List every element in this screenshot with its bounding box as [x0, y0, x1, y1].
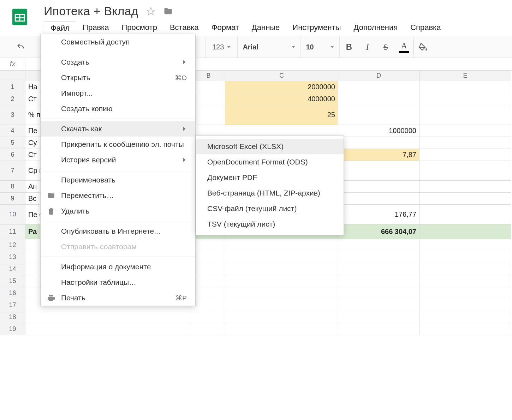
cell[interactable]: [338, 299, 419, 311]
download-format-item[interactable]: Веб-страница (HTML, ZIP-архив): [196, 185, 344, 201]
cell[interactable]: [419, 239, 511, 251]
cell[interactable]: [192, 239, 225, 251]
cell[interactable]: [338, 193, 419, 205]
cell[interactable]: [225, 275, 338, 287]
cell[interactable]: [419, 299, 511, 311]
cell[interactable]: [338, 239, 419, 251]
download-format-item[interactable]: CSV-файл (текущий лист): [196, 201, 344, 216]
menu-дополнения[interactable]: Дополнения: [347, 21, 404, 36]
font-size-select[interactable]: 10: [301, 36, 340, 58]
row-header[interactable]: 7: [0, 161, 25, 181]
cell[interactable]: [338, 287, 419, 299]
file-menu-item[interactable]: Создать: [41, 54, 195, 70]
cell[interactable]: [419, 251, 511, 263]
row-header[interactable]: 18: [0, 311, 25, 323]
download-format-item[interactable]: TSV (текущий лист): [196, 216, 344, 232]
row-header[interactable]: 3: [0, 105, 25, 125]
cell[interactable]: [338, 181, 419, 193]
cell[interactable]: [25, 323, 192, 335]
file-menu-item[interactable]: Настройки таблицы…: [41, 275, 195, 290]
row-header[interactable]: 1: [0, 81, 25, 93]
menu-инструменты[interactable]: Инструменты: [286, 21, 347, 36]
cell[interactable]: [338, 263, 419, 275]
file-menu-item[interactable]: Переместить…: [41, 188, 195, 203]
row-header[interactable]: 13: [0, 251, 25, 263]
cell[interactable]: [192, 263, 225, 275]
file-menu-item[interactable]: Скачать как: [41, 121, 195, 137]
undo-button[interactable]: [13, 40, 28, 54]
file-menu-item[interactable]: Импорт...: [41, 85, 195, 101]
col-header-B[interactable]: B: [192, 71, 225, 81]
file-menu-item[interactable]: История версий: [41, 152, 195, 168]
row-header[interactable]: 9: [0, 193, 25, 205]
file-menu-item[interactable]: Открыть⌘O: [41, 70, 195, 85]
row-header[interactable]: 16: [0, 287, 25, 299]
cell[interactable]: 1000000: [338, 125, 419, 137]
strikethrough-button[interactable]: S: [376, 36, 395, 58]
download-format-item[interactable]: OpenDocument Format (ODS): [196, 154, 344, 170]
row-header[interactable]: 12: [0, 239, 25, 251]
cell[interactable]: [419, 149, 511, 161]
cell[interactable]: [338, 323, 419, 335]
cell[interactable]: [338, 93, 419, 105]
cell[interactable]: [225, 287, 338, 299]
file-menu-item[interactable]: Прикрепить к сообщению эл. почты: [41, 137, 195, 152]
cell[interactable]: 176,77: [338, 205, 419, 224]
cell[interactable]: [225, 323, 338, 335]
cell[interactable]: [192, 81, 225, 93]
cell[interactable]: [192, 125, 225, 137]
cell[interactable]: [225, 299, 338, 311]
cell[interactable]: [192, 299, 225, 311]
cell[interactable]: [419, 263, 511, 275]
file-menu-item[interactable]: Создать копию: [41, 101, 195, 116]
doc-title[interactable]: Ипотека + Вклад: [44, 4, 138, 18]
file-menu-item[interactable]: Опубликовать в Интернете...: [41, 223, 195, 239]
cell[interactable]: 7,87: [338, 149, 419, 161]
cell[interactable]: [419, 275, 511, 287]
cell[interactable]: 2000000: [225, 81, 338, 93]
row-header[interactable]: 17: [0, 299, 25, 311]
download-format-item[interactable]: Документ PDF: [196, 170, 344, 185]
cell[interactable]: [338, 137, 419, 149]
cell[interactable]: [419, 311, 511, 323]
cell[interactable]: [338, 275, 419, 287]
cell[interactable]: [192, 105, 225, 125]
cell[interactable]: [338, 81, 419, 93]
file-menu-item[interactable]: Совместный доступ: [41, 34, 195, 50]
row-header[interactable]: 5: [0, 137, 25, 149]
fill-color-button[interactable]: [413, 36, 432, 58]
row-header[interactable]: 6: [0, 149, 25, 161]
cell[interactable]: [419, 137, 511, 149]
file-menu-item[interactable]: Печать⌘P: [41, 290, 195, 306]
cell[interactable]: [192, 275, 225, 287]
cell[interactable]: [192, 251, 225, 263]
bold-button[interactable]: B: [340, 36, 358, 58]
cell[interactable]: [192, 311, 225, 323]
cell[interactable]: [419, 105, 511, 125]
cell[interactable]: [338, 161, 419, 181]
row-header[interactable]: 4: [0, 125, 25, 137]
row-header[interactable]: 11: [0, 224, 25, 239]
cell[interactable]: [419, 93, 511, 105]
cell[interactable]: [225, 311, 338, 323]
star-icon[interactable]: [146, 7, 155, 16]
cell[interactable]: [25, 311, 192, 323]
cell[interactable]: [419, 224, 511, 239]
cell[interactable]: [419, 161, 511, 181]
corner-header[interactable]: [0, 71, 25, 81]
cell[interactable]: [225, 125, 338, 137]
cell[interactable]: [419, 205, 511, 224]
cell[interactable]: [192, 287, 225, 299]
cell[interactable]: [192, 93, 225, 105]
cell[interactable]: [419, 125, 511, 137]
font-family-select[interactable]: Arial: [237, 36, 301, 58]
cell[interactable]: [225, 263, 338, 275]
cell[interactable]: [225, 239, 338, 251]
number-format-select[interactable]: 123: [206, 36, 237, 58]
menu-формат[interactable]: Формат: [205, 21, 245, 36]
cell[interactable]: [338, 105, 419, 125]
file-menu-item[interactable]: Удалить: [41, 203, 195, 219]
col-header-C[interactable]: C: [225, 71, 338, 81]
file-menu-item[interactable]: Переименовать: [41, 172, 195, 188]
cell[interactable]: [338, 251, 419, 263]
